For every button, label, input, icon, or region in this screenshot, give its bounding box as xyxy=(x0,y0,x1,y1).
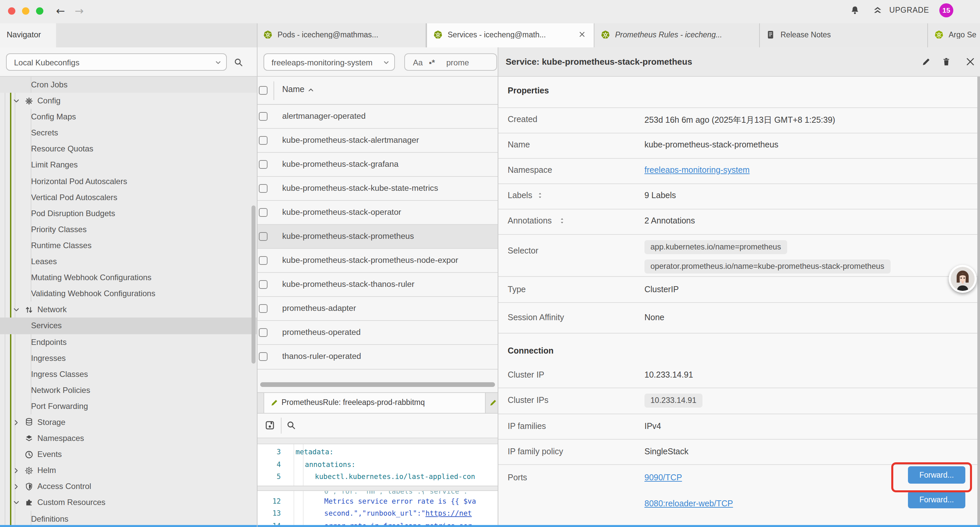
search-icon[interactable] xyxy=(286,420,296,430)
fold-divider[interactable] xyxy=(258,486,498,491)
search-icon[interactable] xyxy=(234,57,243,67)
tab-prometheus-rules[interactable]: Prometheus Rules - icecheng... xyxy=(594,23,760,47)
sidebar-item-helm[interactable]: Helm xyxy=(0,463,257,479)
notification-count-badge[interactable]: 15 xyxy=(939,3,953,17)
row-checkbox[interactable] xyxy=(259,256,267,265)
chevron-down-icon[interactable] xyxy=(13,499,20,507)
sidebar-item-resource-quotas[interactable]: Resource Quotas xyxy=(0,141,257,157)
horizontal-scrollbar[interactable] xyxy=(260,382,495,387)
table-row[interactable]: kube-prometheus-stack-grafana xyxy=(258,153,498,177)
table-row[interactable]: kube-prometheus-stack-prometheus-node-ex… xyxy=(258,249,498,273)
sidebar-item-definitions[interactable]: Definitions xyxy=(0,511,257,525)
sidebar-item-port-forwarding[interactable]: Port Forwarding xyxy=(0,398,257,414)
editor-scroll-strip[interactable] xyxy=(258,438,498,444)
row-checkbox[interactable] xyxy=(259,160,267,169)
sidebar-item-leases[interactable]: Leases xyxy=(0,253,257,269)
drawer-scrollbar[interactable] xyxy=(977,77,980,525)
table-row[interactable]: kube-prometheus-stack-kube-state-metrics xyxy=(258,177,498,201)
table-row[interactable]: prometheus-adapter xyxy=(258,297,498,321)
sidebar-item-limit-ranges[interactable]: Limit Ranges xyxy=(0,157,257,173)
match-case-toggle[interactable]: Aa xyxy=(413,58,423,67)
assistant-avatar[interactable] xyxy=(949,264,977,293)
row-checkbox[interactable] xyxy=(259,136,267,145)
sidebar-item-events[interactable]: Events xyxy=(0,446,257,462)
port-link-9090[interactable]: 9090/TCP xyxy=(644,473,682,482)
sidebar-item-access-control[interactable]: Access Control xyxy=(0,479,257,495)
tab-argo[interactable]: Argo Se xyxy=(928,23,980,47)
sidebar-item-ingress-classes[interactable]: Ingress Classes xyxy=(0,366,257,382)
tab-release-notes[interactable]: Release Notes xyxy=(760,23,928,47)
sidebar-item-horizontal-pod-autoscalers[interactable]: Horizontal Pod Autoscalers xyxy=(0,173,257,189)
chevron-down-icon[interactable] xyxy=(13,97,20,105)
sidebar-item-validating-webhook-configurations[interactable]: Validating Webhook Configurations xyxy=(0,285,257,301)
chevron-right-icon[interactable] xyxy=(13,483,20,490)
close-icon[interactable] xyxy=(965,57,975,67)
dock-tab-prometheusrule[interactable]: PrometheusRule: freeleaps-prod-rabbitmq xyxy=(264,393,486,413)
sidebar-item-endpoints[interactable]: Endpoints xyxy=(0,334,257,350)
window-close-light[interactable] xyxy=(8,7,15,14)
sidebar-item-network[interactable]: Network xyxy=(0,302,257,318)
column-header-name[interactable]: Name xyxy=(282,85,305,94)
row-checkbox[interactable] xyxy=(259,280,267,289)
pencil-icon[interactable] xyxy=(921,57,931,67)
tab-services[interactable]: Services - icecheng@math... xyxy=(426,23,594,48)
chevron-down-icon[interactable] xyxy=(13,307,20,314)
port-link-8080[interactable]: 8080:reloader-web/TCP xyxy=(644,499,733,508)
chevron-right-icon[interactable] xyxy=(13,419,20,426)
table-row[interactable]: kube-prometheus-stack-thanos-ruler xyxy=(258,273,498,297)
sidebar-item-priority-classes[interactable]: Priority Classes xyxy=(0,221,257,237)
sidebar-item-storage[interactable]: Storage xyxy=(0,414,257,430)
table-row[interactable]: thanos-ruler-operated xyxy=(258,345,498,369)
sidebar-scrollbar[interactable] xyxy=(251,205,256,363)
sidebar-item-services[interactable]: Services xyxy=(0,318,257,334)
save-icon[interactable] xyxy=(265,420,275,430)
sidebar-item-ingresses[interactable]: Ingresses xyxy=(0,350,257,366)
trash-icon[interactable] xyxy=(941,57,951,67)
table-row[interactable]: alertmanager-operated xyxy=(258,104,498,128)
namespace-select[interactable]: freeleaps-monitoring-system xyxy=(264,53,395,71)
row-checkbox[interactable] xyxy=(259,112,267,120)
window-minimize-light[interactable] xyxy=(22,7,29,14)
namespace-link[interactable]: freeleaps-monitoring-system xyxy=(644,166,749,175)
forward-button[interactable]: Forward... xyxy=(908,491,965,508)
back-icon[interactable]: ← xyxy=(56,3,65,19)
expand-toggle-icon[interactable] xyxy=(536,191,544,199)
dock-tab-partial[interactable] xyxy=(485,393,498,413)
row-checkbox[interactable] xyxy=(259,304,267,313)
row-checkbox[interactable] xyxy=(259,328,267,337)
sidebar-item-secrets[interactable]: Secrets xyxy=(0,125,257,141)
chevron-right-icon[interactable] xyxy=(13,467,20,474)
expand-toggle-icon[interactable] xyxy=(558,217,566,225)
close-icon[interactable] xyxy=(578,31,586,38)
sidebar-item-network-policies[interactable]: Network Policies xyxy=(0,382,257,398)
forward-icon[interactable]: → xyxy=(75,3,84,19)
yaml-editor[interactable]: 3metadata: 4annotations: 5kubectl.kubern… xyxy=(258,444,498,525)
row-checkbox[interactable] xyxy=(259,184,267,193)
window-maximize-light[interactable] xyxy=(36,7,43,14)
table-row[interactable]: prometheus-operated xyxy=(258,321,498,345)
search-input[interactable]: Aa ▪* prome xyxy=(404,53,497,71)
row-checkbox[interactable] xyxy=(259,232,267,241)
table-row[interactable]: kube-prometheus-stack-alertmanager xyxy=(258,128,498,153)
regex-toggle[interactable]: ▪* xyxy=(429,58,435,67)
tab-pods[interactable]: Pods - icecheng@mathmas... xyxy=(257,23,426,47)
upgrade-icon[interactable] xyxy=(872,5,883,15)
sidebar-item-config-maps[interactable]: Config Maps xyxy=(0,109,257,125)
sidebar-item-cron-jobs[interactable]: Cron Jobs xyxy=(0,77,257,93)
sidebar-item-mutating-webhook-configurations[interactable]: Mutating Webhook Configurations xyxy=(0,269,257,285)
bell-icon[interactable] xyxy=(850,5,860,15)
kubeconfig-select[interactable]: Local Kubeconfigs xyxy=(6,53,227,71)
select-all-checkbox[interactable] xyxy=(259,86,267,95)
upgrade-button[interactable]: UPGRADE xyxy=(889,6,929,14)
sidebar-item-runtime-classes[interactable]: Runtime Classes xyxy=(0,237,257,253)
sidebar-item-custom-resources[interactable]: Custom Resources xyxy=(0,495,257,511)
url-link[interactable]: https://net xyxy=(425,509,472,517)
row-checkbox[interactable] xyxy=(259,208,267,217)
table-row[interactable]: kube-prometheus-stack-prometheus xyxy=(258,225,498,249)
row-checkbox[interactable] xyxy=(259,353,267,361)
sort-caret[interactable] xyxy=(307,87,314,93)
sidebar-item-vertical-pod-autoscalers[interactable]: Vertical Pod Autoscalers xyxy=(0,189,257,205)
sidebar-item-namespaces[interactable]: Namespaces xyxy=(0,430,257,446)
sidebar-item-config[interactable]: Config xyxy=(0,93,257,109)
table-row[interactable]: kube-prometheus-stack-operator xyxy=(258,201,498,225)
